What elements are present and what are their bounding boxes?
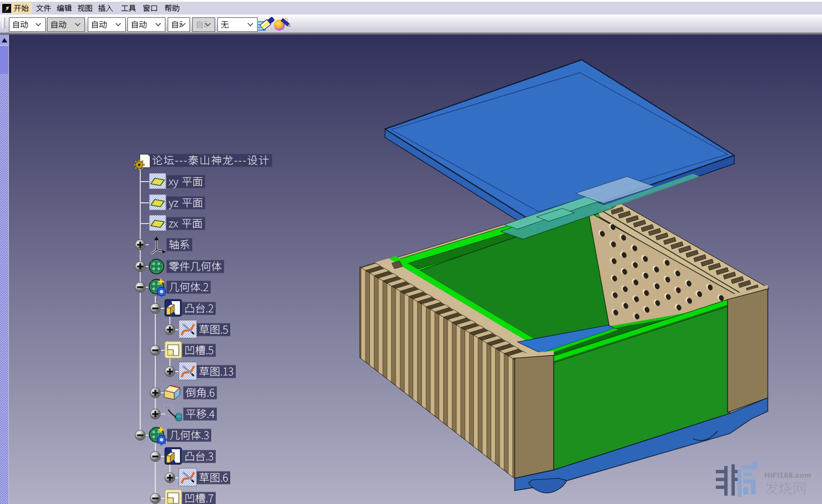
svg-text:HIFI168.com: HIFI168.com xyxy=(764,471,811,479)
